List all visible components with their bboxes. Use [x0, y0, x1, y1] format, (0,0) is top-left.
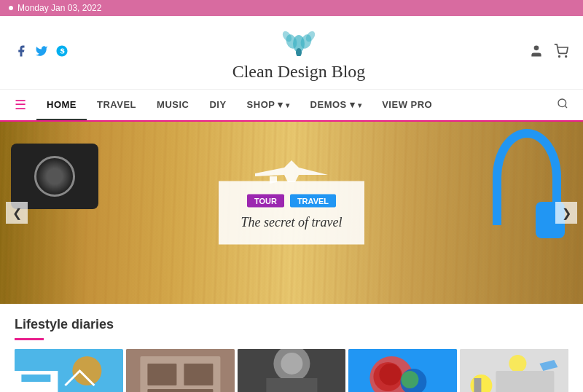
- hamburger-icon[interactable]: ☰: [12, 90, 29, 120]
- svg-point-29: [402, 371, 419, 388]
- nav-link-viewpro[interactable]: VIEW PRO: [372, 90, 442, 119]
- svg-point-27: [380, 364, 402, 385]
- nav-item-home[interactable]: HOME: [36, 90, 87, 120]
- skype-icon[interactable]: [55, 44, 69, 61]
- site-title: Clean Design Blog: [69, 62, 529, 82]
- svg-point-8: [566, 55, 567, 57]
- svg-rect-18: [184, 364, 213, 385]
- svg-point-7: [559, 55, 560, 57]
- navigation: ☰ HOME TRAVEL MUSIC DIY SHOP ▾ DEMOS ▾ V…: [0, 90, 583, 122]
- svg-point-6: [534, 45, 539, 50]
- svg-rect-19: [147, 389, 213, 392]
- lifestyle-section: Lifestyle diaries: [0, 304, 583, 392]
- svg-rect-13: [21, 375, 50, 382]
- thumbnail-1[interactable]: [15, 349, 123, 392]
- nav-item-shop[interactable]: SHOP ▾: [237, 90, 300, 120]
- thumbnail-row: [0, 349, 583, 392]
- dot-icon: [9, 6, 13, 10]
- logo[interactable]: Clean Design Blog: [69, 23, 529, 82]
- svg-line-10: [565, 106, 567, 108]
- facebook-icon[interactable]: [15, 44, 28, 61]
- headphones-decoration: [481, 129, 568, 246]
- thumbnail-3[interactable]: [238, 349, 346, 392]
- nav-item-viewpro[interactable]: VIEW PRO: [372, 90, 442, 120]
- header-actions: [529, 44, 568, 62]
- nav-item-diy[interactable]: DIY: [199, 90, 236, 120]
- nav-item-travel[interactable]: TRAVEL: [87, 90, 146, 120]
- section-title-underline: [15, 338, 44, 340]
- thumbnail-2[interactable]: [126, 349, 235, 392]
- slider-next-button[interactable]: ❯: [555, 202, 577, 224]
- hero-slider: ❮ TOUR TRAVEL The secret of travel ❯: [0, 122, 583, 304]
- user-icon[interactable]: [529, 44, 544, 62]
- nav-link-music[interactable]: MUSIC: [146, 90, 199, 119]
- camera-decoration: [11, 144, 98, 209]
- svg-point-33: [509, 355, 527, 372]
- social-icons: [15, 44, 69, 61]
- logo-icon: [69, 23, 529, 60]
- top-bar-date: Monday Jan 03, 2022: [17, 3, 101, 13]
- svg-point-9: [558, 99, 566, 107]
- slider-prev-button[interactable]: ❮: [6, 202, 28, 224]
- search-icon[interactable]: [554, 90, 571, 120]
- section-title: Lifestyle diaries: [0, 304, 583, 338]
- twitter-icon[interactable]: [35, 44, 48, 61]
- nav-link-travel[interactable]: TRAVEL: [87, 90, 146, 119]
- svg-rect-32: [474, 378, 482, 392]
- cart-icon[interactable]: [554, 44, 568, 62]
- nav-item-music[interactable]: MUSIC: [146, 90, 199, 120]
- svg-rect-35: [496, 371, 555, 392]
- hero-title: The secret of travel: [240, 215, 343, 230]
- nav-links: HOME TRAVEL MUSIC DIY SHOP ▾ DEMOS ▾ VIE…: [36, 90, 554, 120]
- nav-link-demos[interactable]: DEMOS ▾: [300, 90, 372, 119]
- hero-tag-travel[interactable]: TRAVEL: [290, 195, 336, 208]
- thumbnail-4[interactable]: [348, 349, 457, 392]
- thumbnail-5[interactable]: [460, 349, 568, 392]
- svg-point-14: [72, 356, 101, 385]
- top-bar: Monday Jan 03, 2022: [0, 0, 583, 16]
- hero-tags: TOUR TRAVEL: [240, 195, 343, 208]
- svg-point-23: [281, 353, 302, 375]
- svg-rect-17: [147, 364, 176, 385]
- hero-content: TOUR TRAVEL The secret of travel: [219, 181, 364, 245]
- nav-link-diy[interactable]: DIY: [199, 90, 236, 119]
- nav-link-home[interactable]: HOME: [36, 90, 87, 120]
- nav-item-demos[interactable]: DEMOS ▾: [300, 90, 372, 120]
- header: Clean Design Blog: [0, 16, 583, 90]
- nav-link-shop[interactable]: SHOP ▾: [237, 90, 300, 119]
- hero-tag-tour[interactable]: TOUR: [247, 195, 284, 208]
- svg-rect-22: [266, 378, 317, 392]
